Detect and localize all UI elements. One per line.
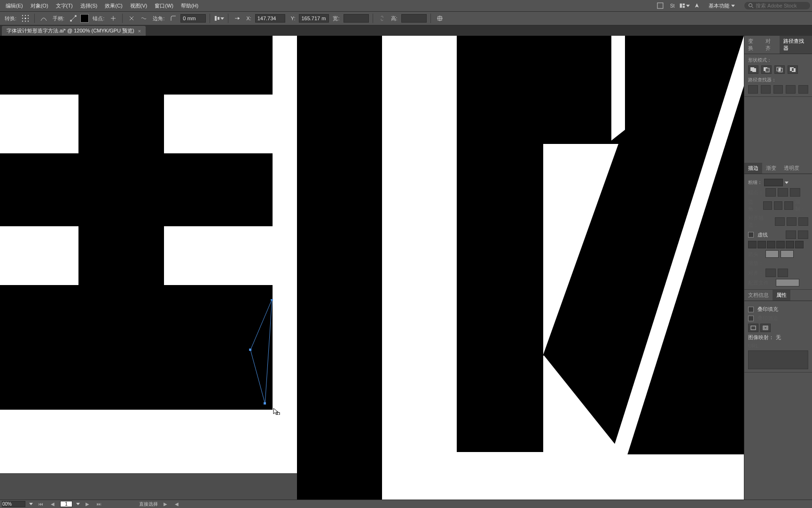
rocket-icon[interactable] (692, 0, 702, 11)
tab-align[interactable]: 对齐 (762, 36, 779, 54)
dashed-label: 虚线 (757, 231, 768, 238)
align-to-icon[interactable] (214, 13, 224, 24)
next-artboard-icon[interactable]: ▶ (84, 501, 91, 507)
svg-line-6 (752, 7, 753, 8)
pf-crop-icon[interactable] (786, 85, 796, 94)
isolate-icon[interactable] (232, 13, 242, 24)
overprint-fill-checkbox[interactable] (748, 307, 754, 312)
status-menu-icon[interactable]: ▶ (162, 501, 169, 507)
tab-docinfo[interactable]: 文档信息 (744, 290, 773, 301)
corner-type-icon[interactable] (168, 13, 179, 24)
svg-text:St: St (670, 3, 675, 8)
cap-butt-icon (765, 188, 776, 197)
arrow-label: 箭头： (748, 251, 764, 258)
corner-radius-input[interactable] (180, 14, 206, 23)
menu-object[interactable]: 对象(O) (27, 2, 52, 9)
menu-edit[interactable]: 编辑(E) (2, 2, 27, 9)
arrow-end-icon (781, 250, 794, 258)
link-wh-icon[interactable] (377, 13, 387, 24)
stock-icon[interactable]: St (667, 0, 678, 11)
menu-effect[interactable]: 效果(C) (101, 2, 126, 9)
svg-point-5 (749, 4, 752, 7)
svg-point-10 (22, 18, 23, 19)
y-input[interactable] (299, 14, 329, 23)
fill-swatch[interactable] (80, 14, 89, 23)
first-artboard-icon[interactable]: ⏮ (37, 501, 45, 507)
profile-label: 配置文件： (748, 279, 774, 286)
workspace-select[interactable]: 基本功能 (703, 1, 741, 10)
tab-pathfinder[interactable]: 路径查找器 (780, 36, 812, 54)
pf-minus-icon[interactable] (761, 65, 772, 74)
corner-miter-icon (763, 201, 772, 210)
tab-gradient[interactable]: 渐变 (762, 163, 780, 174)
menu-type[interactable]: 文字(T) (52, 2, 77, 9)
artboard-index-input[interactable] (60, 501, 72, 507)
corner-bevel-icon (784, 201, 793, 210)
menu-help[interactable]: 帮助(H) (177, 2, 202, 9)
non-zero-icon[interactable] (760, 324, 771, 332)
prev-artboard-icon[interactable]: ◀ (49, 501, 56, 507)
convert-smooth-icon[interactable] (39, 13, 49, 24)
pf-merge-icon[interactable] (773, 85, 783, 94)
document-tab[interactable]: 字体设计矩形造字方法.ai* @ 1200% (CMYK/GPU 预览) × (2, 26, 146, 36)
pathfinder-label: 路径查找器： (748, 77, 808, 83)
pf-trim-icon[interactable] (761, 85, 771, 94)
svg-rect-34 (765, 68, 769, 72)
gap2-input (776, 241, 785, 248)
y-label: Y: (291, 16, 296, 21)
arrow-align-label: 对齐： (748, 270, 764, 277)
menu-view[interactable]: 视图(V) (126, 2, 151, 9)
pf-unite-icon[interactable] (748, 65, 758, 74)
cap-round-icon (778, 188, 788, 197)
dashed-checkbox[interactable] (748, 232, 754, 238)
pf-intersect-icon[interactable] (774, 65, 785, 74)
svg-marker-26 (250, 299, 272, 404)
pf-divide-icon[interactable] (748, 85, 758, 94)
menu-select[interactable]: 选择(S) (77, 2, 102, 9)
pf-exclude-icon[interactable] (788, 65, 798, 74)
transform-label: 转换: (5, 15, 16, 22)
ref-point-icon[interactable] (20, 13, 31, 24)
svg-rect-30 (277, 413, 280, 415)
align-outside-icon (798, 217, 808, 226)
menu-window[interactable]: 窗口(W) (151, 2, 177, 9)
svg-point-9 (28, 15, 29, 16)
last-artboard-icon[interactable]: ⏭ (95, 501, 103, 507)
status-scroll-left-icon[interactable]: ◀ (173, 501, 180, 507)
tab-attributes[interactable]: 属性 (773, 290, 790, 301)
svg-rect-3 (683, 4, 685, 6)
handle-icon[interactable] (68, 13, 78, 24)
pf-outline-icon[interactable] (798, 85, 808, 94)
constrain-icon[interactable] (435, 13, 445, 24)
gpu-icon[interactable] (655, 0, 665, 11)
x-input[interactable] (255, 14, 285, 23)
close-tab-icon[interactable]: × (138, 28, 141, 34)
stroke-corner-label: 边角： (748, 198, 761, 213)
svg-rect-37 (779, 68, 781, 71)
tab-transform[interactable]: 变换 (744, 36, 762, 54)
cut-path-icon[interactable] (126, 13, 137, 24)
even-odd-icon[interactable] (748, 324, 758, 332)
join-path-icon[interactable] (139, 13, 149, 24)
svg-point-13 (22, 21, 23, 22)
limit-label: 限制： (795, 198, 808, 213)
svg-line-16 (71, 16, 76, 21)
svg-rect-32 (752, 68, 756, 72)
arrange-docs-icon[interactable] (679, 0, 690, 11)
corner-label: 边角: (153, 15, 164, 22)
search-input[interactable] (756, 3, 803, 8)
stroke-weight-input[interactable] (764, 179, 783, 186)
url-field (748, 350, 808, 369)
tab-transparency[interactable]: 透明度 (780, 163, 803, 174)
tab-stroke[interactable]: 描边 (744, 163, 762, 174)
zoom-input[interactable] (2, 501, 25, 507)
svg-rect-43 (764, 327, 767, 329)
svg-point-11 (25, 18, 26, 19)
add-anchor-icon[interactable] (108, 13, 118, 24)
workspace-label: 基本功能 (709, 2, 729, 9)
height-input (401, 14, 427, 23)
search-icon (748, 3, 754, 8)
dash3-input (786, 241, 794, 248)
canvas[interactable] (0, 36, 744, 500)
image-map-label: 图像映射： (748, 334, 774, 341)
